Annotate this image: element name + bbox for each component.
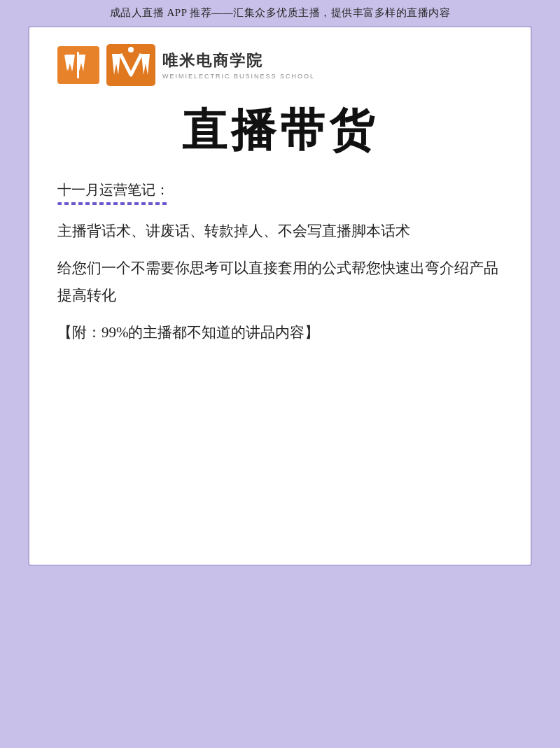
logo-area: 唯米电商学院 WEIMIELECTRIC BUSINESS SCHOOL — [57, 44, 503, 86]
logo-name: 唯米电商学院 — [162, 50, 315, 71]
logo-text-block: 唯米电商学院 WEIMIELECTRIC BUSINESS SCHOOL — [162, 50, 315, 80]
body-text-1: 主播背话术、讲废话、转款掉人、不会写直播脚本话术 — [57, 218, 503, 245]
logo-badge — [106, 44, 155, 86]
logo-subtitle: WEIMIELECTRIC BUSINESS SCHOOL — [162, 73, 315, 80]
main-title: 直播带货 — [57, 100, 503, 161]
highlight-block: 【附：99%的主播都不知道的讲品内容】 — [57, 319, 503, 346]
body-text-2: 给您们一个不需要你思考可以直接套用的公式帮您快速出弯介绍产品提高转化 — [57, 255, 503, 309]
subtitle-block: 十一月运营笔记： — [57, 181, 503, 205]
subtitle-text: 十一月运营笔记： — [57, 181, 169, 199]
top-banner: 成品人直播 APP 推荐——汇集众多优质主播，提供丰富多样的直播内容 — [0, 0, 560, 26]
wave-underline — [57, 202, 169, 205]
bottom-purple-area — [28, 566, 532, 748]
main-card: 唯米电商学院 WEIMIELECTRIC BUSINESS SCHOOL 直播带… — [28, 26, 532, 566]
logo-icon — [57, 46, 99, 84]
banner-text: 成品人直播 APP 推荐——汇集众多优质主播，提供丰富多样的直播内容 — [110, 7, 450, 18]
page-wrapper: 成品人直播 APP 推荐——汇集众多优质主播，提供丰富多样的直播内容 — [0, 0, 560, 748]
svg-rect-2 — [77, 52, 79, 78]
svg-point-4 — [128, 47, 134, 52]
